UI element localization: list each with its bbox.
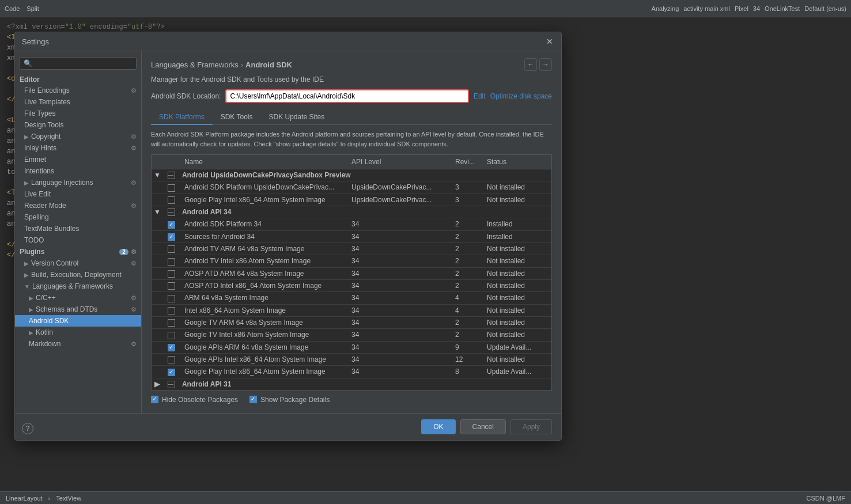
api-selector[interactable]: 34	[753, 5, 760, 12]
hide-obsolete-checkbox[interactable]	[151, 396, 158, 403]
tab-sdk-update-sites[interactable]: SDK Update Sites	[261, 110, 333, 125]
sdk-location-input[interactable]	[225, 89, 469, 103]
sidebar-item-language-injections[interactable]: ▶ Language Injections ⚙	[15, 177, 141, 188]
settings-sidebar: Editor File Encodings ⚙ Live Templates F…	[15, 51, 142, 413]
checkbox-gtv-intel[interactable]	[163, 329, 180, 341]
checkbox-upsidedown-2[interactable]	[163, 194, 180, 206]
table-row[interactable]: Google Play Intel x86_64 Atom System Ima…	[152, 366, 551, 378]
file-tab[interactable]: activity main xml	[683, 5, 730, 12]
sidebar-item-live-edit[interactable]: Live Edit	[15, 188, 141, 200]
menu-code[interactable]: Code	[5, 5, 20, 12]
cell-name: Google Play Intel x86_64 Atom System Ima…	[180, 194, 347, 206]
table-row[interactable]: ARM 64 v8a System Image 34 4 Not install…	[152, 292, 551, 304]
locale-selector[interactable]: Default (en-us)	[804, 5, 846, 12]
sdk-location-row: Android SDK Location: Edit Optimize disk…	[151, 89, 552, 103]
menu-split[interactable]: Split	[27, 5, 39, 12]
sidebar-item-live-templates[interactable]: Live Templates	[15, 96, 141, 108]
checkbox-api34[interactable]	[163, 206, 180, 218]
table-row[interactable]: Android TV ARM 64 v8a System Image 34 2 …	[152, 242, 551, 255]
tab-sdk-tools[interactable]: SDK Tools	[213, 110, 261, 125]
cell-name: Android TV Intel x86 Atom System Image	[180, 255, 347, 267]
cell-api: UpsideDownCakePrivac...	[347, 181, 451, 194]
table-row[interactable]: AOSP ATD Intel x86_64 Atom System Image …	[152, 279, 551, 291]
sidebar-section-editor[interactable]: Editor	[15, 73, 141, 85]
nav-arrows: ← →	[524, 58, 552, 71]
project-selector[interactable]: OneLinkTest	[765, 5, 800, 12]
sidebar-item-todo[interactable]: TODO	[15, 234, 141, 246]
sidebar-search-input[interactable]	[20, 57, 137, 70]
checkbox-upsidedown-1[interactable]	[163, 181, 180, 194]
sidebar-item-schemas-dtds[interactable]: ▶ Schemas and DTDs ⚙	[15, 304, 141, 315]
sdk-edit-link[interactable]: Edit	[474, 92, 486, 100]
apply-button[interactable]: Apply	[510, 419, 552, 434]
cell-rev: 9	[451, 341, 482, 353]
nav-back-button[interactable]: ←	[524, 58, 537, 71]
sidebar-item-languages-frameworks[interactable]: ▼ Languages & Frameworks	[15, 281, 141, 292]
table-row[interactable]: Google TV Intel x86 Atom System Image 34…	[152, 329, 551, 341]
table-row[interactable]: Google APIs Intel x86_64 Atom System Ima…	[152, 353, 551, 365]
table-row[interactable]: Sources for Android 34 34 2 Installed	[152, 230, 551, 242]
checkbox-gtv-arm[interactable]	[163, 316, 180, 328]
checkbox-arm64[interactable]	[163, 292, 180, 304]
breadcrumb-parent: Languages & Frameworks	[151, 60, 239, 69]
cell-status: Installed	[482, 218, 551, 230]
expand-icon-api31[interactable]: ▶	[152, 378, 163, 390]
sidebar-section-plugins[interactable]: Plugins 2 ⚙	[15, 246, 141, 257]
sidebar-item-inlay-hints[interactable]: Inlay Hints ⚙	[15, 142, 141, 154]
checkbox-tv-intel[interactable]	[163, 255, 180, 267]
show-package-details-option[interactable]: Show Package Details	[249, 396, 330, 404]
checkbox-api34-platform[interactable]	[163, 218, 180, 230]
table-row[interactable]: Android TV Intel x86 Atom System Image 3…	[152, 255, 551, 267]
status-bar: LinearLayout › TextView CSDN @LMF	[0, 491, 851, 504]
sidebar-item-markdown[interactable]: Markdown ⚙	[15, 338, 141, 350]
table-row[interactable]: Google Play Intel x86_64 Atom System Ima…	[152, 194, 551, 206]
table-row[interactable]: Google TV ARM 64 v8a System Image 34 2 N…	[152, 316, 551, 328]
table-row[interactable]: ▶ Android API 31	[152, 378, 551, 390]
checkbox-gapis-intel[interactable]	[163, 353, 180, 365]
sidebar-item-version-control[interactable]: ▶ Version Control ⚙	[15, 257, 141, 269]
expand-icon-api34[interactable]: ▼	[152, 206, 163, 218]
sidebar-item-design-tools[interactable]: Design Tools	[15, 119, 141, 131]
ok-button[interactable]: OK	[421, 419, 455, 434]
sidebar-item-file-encodings[interactable]: File Encodings ⚙	[15, 85, 141, 96]
tab-sdk-platforms[interactable]: SDK Platforms	[151, 110, 213, 125]
cell-name: ARM 64 v8a System Image	[180, 292, 347, 304]
checkbox-tv-arm[interactable]	[163, 242, 180, 255]
hide-obsolete-option[interactable]: Hide Obsolete Packages	[151, 396, 238, 404]
table-row[interactable]: Google APIs ARM 64 v8a System Image 34 9…	[152, 341, 551, 353]
sidebar-item-kotlin[interactable]: ▶ Kotlin	[15, 327, 141, 338]
sidebar-item-build-execution[interactable]: ▶ Build, Execution, Deployment	[15, 269, 141, 281]
table-row[interactable]: Android SDK Platform 34 34 2 Installed	[152, 218, 551, 230]
sidebar-item-intentions[interactable]: Intentions	[15, 165, 141, 177]
sidebar-item-spelling[interactable]: Spelling	[15, 211, 141, 223]
checkbox-x86-64[interactable]	[163, 304, 180, 316]
bottom-options: Hide Obsolete Packages Show Package Deta…	[151, 391, 552, 406]
table-row[interactable]: ▼ Android UpsideDownCakePrivacySandbox P…	[152, 169, 551, 181]
checkbox-upsidedown[interactable]	[163, 169, 180, 181]
checkbox-aosp-intel[interactable]	[163, 279, 180, 291]
sidebar-item-copyright[interactable]: ▶ Copyright ⚙	[15, 131, 141, 142]
sidebar-item-reader-mode[interactable]: Reader Mode ⚙	[15, 200, 141, 211]
nav-forward-button[interactable]: →	[539, 58, 552, 71]
cancel-button[interactable]: Cancel	[460, 419, 506, 434]
checkbox-gplay-intel[interactable]	[163, 366, 180, 378]
expand-icon-upsidedown[interactable]: ▼	[152, 169, 163, 181]
checkbox-api31[interactable]	[163, 378, 180, 390]
checkbox-aosp-arm[interactable]	[163, 267, 180, 279]
table-row[interactable]: ▼ Android API 34	[152, 206, 551, 218]
show-package-details-label: Show Package Details	[260, 396, 330, 404]
checkbox-gapis-arm[interactable]	[163, 341, 180, 353]
sidebar-item-textmate[interactable]: TextMate Bundles	[15, 223, 141, 234]
sidebar-item-cpp[interactable]: ▶ C/C++ ⚙	[15, 292, 141, 304]
table-row[interactable]: Android SDK Platform UpsideDownCakePriva…	[152, 181, 551, 194]
device-selector[interactable]: Pixel	[735, 5, 748, 12]
table-row[interactable]: Intel x86_64 Atom System Image 34 4 Not …	[152, 304, 551, 316]
sidebar-item-android-sdk[interactable]: Android SDK	[15, 315, 141, 327]
sidebar-item-file-types[interactable]: File Types	[15, 108, 141, 119]
sidebar-item-emmet[interactable]: Emmet	[15, 154, 141, 165]
checkbox-sources[interactable]	[163, 230, 180, 242]
dialog-close-button[interactable]: ✕	[545, 37, 554, 46]
show-package-details-checkbox[interactable]	[249, 396, 257, 403]
table-row[interactable]: AOSP ATD ARM 64 v8a System Image 34 2 No…	[152, 267, 551, 279]
sdk-optimize-link[interactable]: Optimize disk space	[490, 92, 552, 100]
